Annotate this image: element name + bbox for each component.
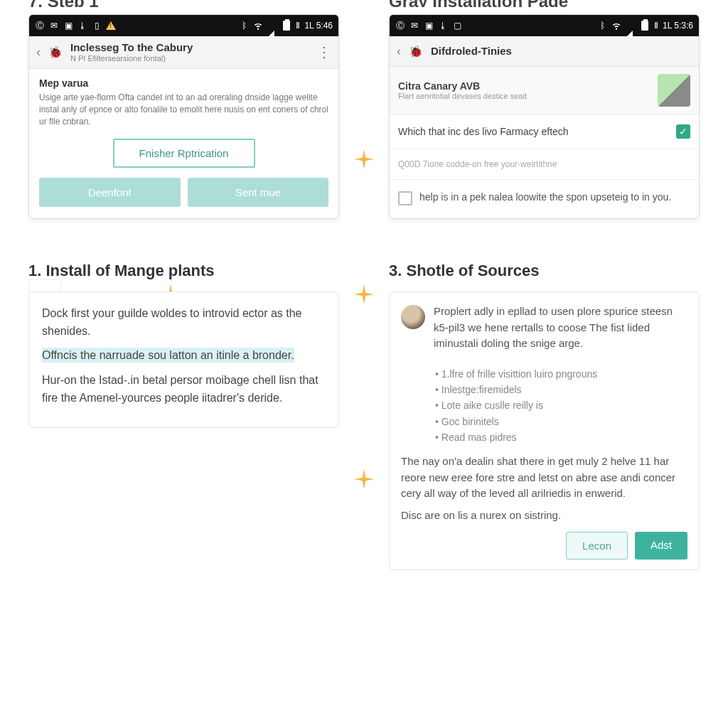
- wifi-icon: [611, 21, 621, 31]
- section-3-card: Proplert adly in epllad to usen plore sp…: [389, 291, 700, 570]
- section-3-outro-1: The nay on'a dealin shat there in get mu…: [401, 454, 687, 502]
- appbar-subtitle: N PI Efiltersearsione fontal): [70, 54, 193, 63]
- section-3-lead: Proplert adly in epllad to usen plore sp…: [434, 304, 687, 352]
- card-icon: ▯: [92, 21, 102, 31]
- list-item: Goc birinitels: [435, 414, 687, 429]
- list-item: 1.lfre of frille visittion luiro pngroun…: [435, 366, 687, 382]
- card-description: Usige arte yae-florm Ofta candet int to …: [39, 92, 328, 129]
- mail-icon: ✉: [410, 21, 419, 31]
- source-list: 1.lfre of frille visittion luiro pngroun…: [435, 366, 687, 446]
- step-title-right: Gray Installation Page: [389, 0, 700, 7]
- app-bar: ‹ 🐞 Difdroled-Tinies: [390, 36, 699, 67]
- section-1-p1: Dock first your guilde woldes to introvi…: [42, 305, 326, 341]
- banner-thumbnail: [658, 74, 690, 107]
- back-icon[interactable]: ‹: [36, 45, 41, 60]
- box-icon: ▣: [424, 21, 434, 31]
- section-3-title: 3. Shotle of Sources: [389, 262, 700, 280]
- square-icon: ▢: [452, 21, 462, 31]
- appbar-title: Difdroled-Tinies: [431, 46, 512, 58]
- bluetooth-icon: ᛒ: [239, 21, 249, 31]
- status-time: 1L 5:3:6: [663, 21, 693, 31]
- circle-c-icon: Ⓒ: [395, 21, 405, 31]
- list-item: Read mas pidres: [435, 429, 687, 445]
- status-time: 1L 5:46: [304, 21, 333, 31]
- status-bar: Ⓒ ✉ ▣ ⭳ ▢ ᛒ Ⅱ 1L 5:3:6: [390, 15, 699, 36]
- download-icon: ⭳: [438, 21, 448, 31]
- signal-icon: [267, 21, 277, 31]
- status-bar: Ⓒ ✉ ▣ ⭳ ▯ ᛒ Ⅱ 1L 5:46: [29, 15, 338, 36]
- section-1-title: 1. Install of Mange plants: [28, 262, 339, 280]
- section-1-p3: Hur-on the Istad-.in betal persor moibag…: [42, 372, 326, 407]
- mail-icon: ✉: [49, 21, 59, 31]
- install-card: Mep varua Usige arte yae-florm Ofta cand…: [29, 69, 338, 218]
- overflow-menu-icon[interactable]: ⋮: [317, 49, 331, 55]
- list-item: Inlestge:firemidels: [435, 382, 687, 397]
- primary-button[interactable]: Adst: [635, 532, 687, 560]
- status-net: Ⅱ: [296, 21, 300, 31]
- permission-row-1[interactable]: Which that inc des livo Farmacy eftech ✓: [390, 114, 699, 149]
- primary-left-button[interactable]: Deenfont: [39, 178, 181, 207]
- list-item: Lote aike cuslle reilly is: [435, 397, 687, 413]
- appbar-title: Inclesseg To the Cabury: [70, 42, 193, 54]
- phone-right: Ⓒ ✉ ▣ ⭳ ▢ ᛒ Ⅱ 1L 5:3:6 ‹ 🐞: [389, 14, 700, 219]
- bluetooth-icon: ᛒ: [597, 21, 607, 31]
- permission-subtext: Q00D 7ione codde-on free your-weirtithne: [390, 149, 699, 180]
- section-3-outro-2: Disc are on lis a nurex on sistring.: [401, 508, 687, 524]
- checkbox-checked-icon[interactable]: ✓: [676, 124, 690, 139]
- wifi-icon: [253, 21, 263, 31]
- signal-icon: [626, 21, 636, 31]
- warning-icon: [106, 21, 116, 31]
- box-icon: ▣: [63, 21, 73, 31]
- banner-title: Citra Canary AVB: [398, 80, 651, 92]
- download-icon: ⭳: [77, 21, 87, 31]
- battery-icon: [282, 21, 291, 31]
- app-banner: Citra Canary AVB Flart aenritotial devas…: [390, 67, 699, 114]
- phone-left: Ⓒ ✉ ▣ ⭳ ▯ ᛒ Ⅱ 1L 5:46 ‹ 🐞: [28, 14, 339, 219]
- battery-icon: [640, 21, 650, 31]
- circle-c-icon: Ⓒ: [35, 21, 45, 31]
- finish-registration-button[interactable]: Fnisher Rptrication: [113, 139, 255, 168]
- app-bar: ‹ 🐞 Inclesseg To the Cabury N PI Efilter…: [29, 36, 338, 69]
- app-icon: 🐞: [407, 42, 425, 60]
- permission-text: Which that inc des livo Farmacy eftech: [398, 126, 569, 137]
- checkbox-unchecked-icon[interactable]: ✓: [398, 191, 412, 205]
- step-title-left: 7. Step 1: [28, 0, 339, 7]
- back-icon[interactable]: ‹: [397, 44, 401, 59]
- section-1-p2: Offncis the narruade sou latton an itinl…: [42, 348, 294, 363]
- secondary-button[interactable]: Lecon: [566, 532, 628, 560]
- section-1-card: Dock first your guilde woldes to introvi…: [28, 291, 339, 428]
- banner-subtitle: Flart aenritotial devases destice seait: [398, 92, 651, 100]
- primary-right-button[interactable]: Sent mue: [188, 178, 329, 207]
- card-heading: Mep varua: [39, 77, 328, 89]
- avatar: [401, 305, 425, 329]
- permission-row-2[interactable]: ✓ help is in a pek nalea loowite the spo…: [390, 180, 699, 218]
- status-net: Ⅱ: [654, 21, 658, 31]
- permission-text: help is in a pek nalea loowite the spon …: [419, 190, 690, 204]
- app-icon: 🐞: [46, 43, 65, 61]
